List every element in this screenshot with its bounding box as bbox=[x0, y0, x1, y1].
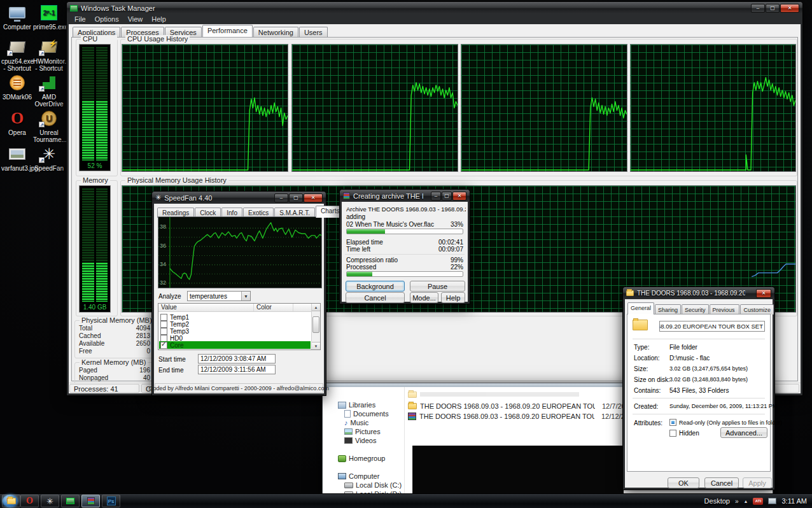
cpu-history-graph-2 bbox=[291, 44, 458, 172]
cpuz-icon: ↗ bbox=[7, 38, 27, 56]
desktop-icon-speedfan[interactable]: ✳ ↗ SpeedFan bbox=[33, 145, 65, 172]
properties-titlebar[interactable]: THE DOORS 1968.09.03 - 1968.09.20 EUROPE… bbox=[623, 287, 774, 299]
tab-customize[interactable]: Customize bbox=[740, 304, 774, 314]
tab-users[interactable]: Users bbox=[299, 27, 328, 37]
analyze-dropdown[interactable]: temperatures ▼ bbox=[187, 291, 251, 301]
taskbar: O ✳ Ps Desktop » ▲ ATI 3:11 AM bbox=[0, 493, 812, 508]
desktop-icon-prime95[interactable]: 2ᴾ-1 prime95.exe bbox=[33, 4, 65, 31]
speedfan-chart: 38 36 34 32 bbox=[158, 216, 322, 288]
menu-options[interactable]: Options bbox=[91, 15, 123, 23]
rar-archive-icon bbox=[408, 413, 416, 420]
separator bbox=[633, 414, 765, 414]
help-button[interactable]: Help bbox=[441, 292, 465, 303]
minimize-button[interactable]: – bbox=[751, 4, 765, 13]
sidebar-item-documents[interactable]: Documents bbox=[344, 409, 389, 418]
time-left-value: 00:09:07 bbox=[438, 246, 463, 253]
sidebar-item-pictures[interactable]: Pictures bbox=[344, 427, 381, 436]
sidebar-item-computer[interactable]: Computer bbox=[338, 472, 379, 481]
desktop-icon-amd-overdrive[interactable]: ↗ AMD OverDrive bbox=[33, 74, 65, 108]
taskbar-task-manager-button[interactable] bbox=[61, 495, 80, 507]
tab-general[interactable]: General bbox=[627, 302, 654, 314]
sensor-row-core[interactable]: Core bbox=[159, 341, 311, 349]
menu-file[interactable]: File bbox=[71, 15, 90, 23]
taskbar-opera-button[interactable]: O bbox=[20, 495, 39, 507]
sidebar-item-homegroup[interactable]: Homegroup bbox=[338, 454, 385, 463]
tab-performance[interactable]: Performance bbox=[202, 25, 253, 37]
network-tray-icon[interactable] bbox=[768, 498, 776, 504]
background-button[interactable]: Background bbox=[346, 281, 405, 292]
start-time-field[interactable]: 12/12/2009 3:08:47 AM bbox=[198, 354, 276, 363]
tab-previous-versions[interactable]: Previous Versions bbox=[710, 304, 740, 314]
sensor-row-temp2[interactable]: Temp2 bbox=[160, 321, 189, 328]
desktop-toolbar-label[interactable]: Desktop bbox=[704, 497, 730, 505]
column-color[interactable]: Color bbox=[254, 304, 293, 311]
taskbar-speedfan-button[interactable]: ✳ bbox=[41, 495, 59, 507]
cancel-button[interactable]: Cancel bbox=[704, 477, 739, 488]
size-on-disk-label: Size on disk: bbox=[634, 376, 670, 383]
clock[interactable]: 3:11 AM bbox=[781, 497, 807, 505]
taskbar-photoshop-button[interactable]: Ps bbox=[102, 495, 120, 507]
menu-view[interactable]: View bbox=[124, 15, 147, 23]
sidebar-item-local-disk-c[interactable]: Local Disk (C:) bbox=[344, 481, 402, 490]
file-row-clipped[interactable] bbox=[408, 390, 579, 399]
desktop-icon-cpuz[interactable]: ↗ cpuz64.exe - Shortcut bbox=[1, 38, 33, 72]
chart-ytick: 32 bbox=[160, 279, 166, 286]
speedfan-titlebar[interactable]: ✳ SpeedFan 4.40 – ▢ ✕ bbox=[152, 192, 326, 204]
tab-sharing[interactable]: Sharing bbox=[655, 304, 681, 314]
end-time-field[interactable]: 12/12/2009 3:11:56 AM bbox=[198, 365, 276, 374]
desktop-icon-unreal[interactable]: U ↗ Unreal Tourname... bbox=[33, 109, 65, 143]
folder-icon-large bbox=[633, 320, 649, 332]
folder-icon bbox=[7, 498, 16, 504]
sensor-row-temp3[interactable]: Temp3 bbox=[160, 328, 189, 335]
hidden-checkbox[interactable] bbox=[669, 430, 676, 437]
temp2-checkbox[interactable] bbox=[160, 321, 167, 328]
maximize-button[interactable]: ▢ bbox=[289, 194, 303, 202]
ati-tray-icon[interactable]: ATI bbox=[753, 498, 763, 505]
advanced-button[interactable]: Advanced... bbox=[720, 427, 767, 438]
temp3-checkbox[interactable] bbox=[160, 328, 167, 335]
list-scrollbar[interactable]: ▲ ▼ bbox=[311, 304, 320, 349]
mode-button[interactable]: Mode... bbox=[410, 292, 438, 303]
temp1-checkbox[interactable] bbox=[160, 314, 167, 321]
task-manager-titlebar[interactable]: Windows Task Manager – ▢ ✕ bbox=[67, 2, 802, 14]
attributes-label: Attributes: bbox=[634, 420, 662, 427]
cancel-button[interactable]: Cancel bbox=[346, 292, 405, 303]
sidebar-item-videos[interactable]: Videos bbox=[344, 436, 376, 445]
taskbar-winrar-button[interactable] bbox=[81, 495, 100, 507]
winrar-titlebar[interactable]: Creating archive THE DOORS 19... – ▢ ✕ bbox=[340, 190, 470, 202]
properties-tabs: General Sharing Security Previous Versio… bbox=[627, 302, 774, 314]
shortcut-arrow-icon: ↗ bbox=[39, 50, 45, 56]
sidebar-item-music[interactable]: ♪ Music bbox=[344, 418, 368, 427]
desktop-icon-computer[interactable]: Computer bbox=[1, 4, 33, 31]
pause-button[interactable]: Pause bbox=[410, 281, 465, 292]
sidebar-item-libraries[interactable]: Libraries bbox=[338, 400, 375, 409]
maximize-button[interactable]: ▢ bbox=[442, 192, 452, 201]
close-button[interactable]: ✕ bbox=[304, 194, 323, 202]
chevron-down-icon[interactable]: ▼ bbox=[241, 292, 250, 300]
close-button[interactable]: ✕ bbox=[756, 289, 771, 298]
toolbar-chevron-icon[interactable]: » bbox=[735, 498, 739, 505]
minimize-button[interactable]: – bbox=[431, 192, 441, 201]
core-checkbox[interactable] bbox=[160, 342, 167, 349]
sensor-row-temp1[interactable]: Temp1 bbox=[160, 314, 189, 321]
desktop-icon-3dmark06[interactable]: 3DMark06 bbox=[1, 74, 33, 101]
column-value[interactable]: Value bbox=[158, 304, 254, 311]
readonly-checkbox[interactable] bbox=[669, 419, 676, 426]
folder-name-field[interactable]: .09.03 - 1968.09.20 EUROPEAN TOUR BOX SE… bbox=[659, 321, 765, 332]
location-value: D:\music - flac bbox=[669, 355, 710, 362]
close-button[interactable]: ✕ bbox=[780, 4, 799, 13]
minimize-button[interactable]: – bbox=[274, 194, 288, 202]
show-hidden-icons-button[interactable]: ▲ bbox=[744, 499, 748, 504]
desktop-icon-opera[interactable]: O Opera bbox=[1, 109, 33, 136]
desktop-icon-hwmonitor[interactable]: ⚡ ↗ HWMonitor... - Shortcut bbox=[33, 38, 65, 72]
tab-security[interactable]: Security bbox=[682, 304, 709, 314]
action-label: adding bbox=[346, 213, 365, 220]
maximize-button[interactable]: ▢ bbox=[766, 4, 780, 13]
desktop-icon-varfanut3[interactable]: varfanut3.jpg bbox=[1, 145, 33, 172]
taskbar-explorer-button[interactable] bbox=[2, 495, 20, 507]
tab-networking[interactable]: Networking bbox=[253, 27, 298, 37]
close-button[interactable]: ✕ bbox=[452, 192, 466, 201]
apply-button[interactable]: Apply bbox=[743, 477, 772, 488]
ok-button[interactable]: OK bbox=[668, 477, 699, 488]
menu-help[interactable]: Help bbox=[148, 15, 170, 23]
